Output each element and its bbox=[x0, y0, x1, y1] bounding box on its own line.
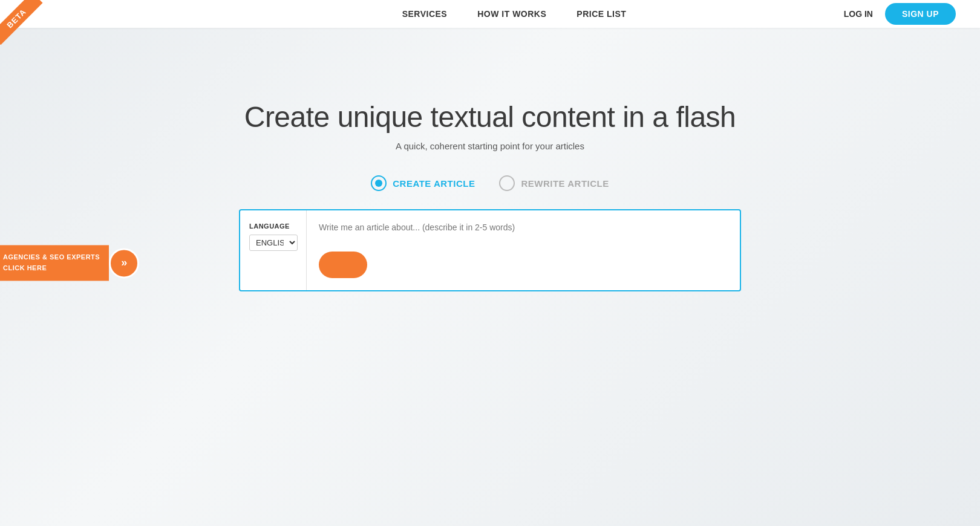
hero-subtitle: A quick, coherent starting point for you… bbox=[396, 141, 584, 151]
side-panel[interactable]: AGENCIES & SEO EXPERTS CLICK HERE » bbox=[0, 245, 139, 281]
side-panel-text: AGENCIES & SEO EXPERTS CLICK HERE bbox=[0, 245, 109, 281]
rewrite-article-label: REWRITE ARTICLE bbox=[521, 178, 609, 189]
main-nav: SERVICES HOW IT WORKS PRICE LIST bbox=[73, 9, 956, 19]
nav-price-list[interactable]: PRICE LIST bbox=[577, 9, 626, 19]
header-right: LOG IN SIGN UP bbox=[844, 3, 956, 25]
hero-title: Create unique textual content in a flash bbox=[244, 100, 736, 134]
header: SERVICES HOW IT WORKS PRICE LIST LOG IN … bbox=[0, 0, 980, 28]
login-link[interactable]: LOG IN bbox=[844, 9, 873, 19]
beta-ribbon: BETA bbox=[0, 0, 48, 48]
article-input[interactable] bbox=[319, 222, 728, 242]
generate-button[interactable] bbox=[319, 252, 367, 278]
create-article-radio[interactable] bbox=[371, 175, 387, 191]
rewrite-article-radio[interactable] bbox=[499, 175, 515, 191]
rewrite-article-option[interactable]: REWRITE ARTICLE bbox=[499, 175, 609, 191]
create-article-option[interactable]: CREATE ARTICLE bbox=[371, 175, 475, 191]
language-label: LANGUAGE bbox=[249, 222, 297, 230]
side-panel-line2: CLICK HERE bbox=[3, 264, 47, 271]
language-select[interactable]: ENGLISH FRENCH SPANISH GERMAN ITALIAN bbox=[249, 235, 298, 251]
signup-button[interactable]: SIGN UP bbox=[885, 3, 956, 25]
create-article-label: CREATE ARTICLE bbox=[393, 178, 475, 189]
main-content: Create unique textual content in a flash… bbox=[0, 28, 980, 291]
nav-services[interactable]: SERVICES bbox=[402, 9, 448, 19]
nav-how-it-works[interactable]: HOW IT WORKS bbox=[477, 9, 546, 19]
side-panel-arrow[interactable]: » bbox=[109, 248, 139, 278]
language-panel: LANGUAGE ENGLISH FRENCH SPANISH GERMAN I… bbox=[240, 210, 307, 290]
arrow-icon: » bbox=[121, 257, 127, 270]
radio-group: CREATE ARTICLE REWRITE ARTICLE bbox=[371, 175, 609, 191]
beta-label: BETA bbox=[0, 0, 43, 45]
side-panel-line1: AGENCIES & SEO EXPERTS bbox=[3, 253, 100, 261]
input-panel bbox=[307, 210, 740, 290]
form-container: LANGUAGE ENGLISH FRENCH SPANISH GERMAN I… bbox=[239, 209, 741, 291]
